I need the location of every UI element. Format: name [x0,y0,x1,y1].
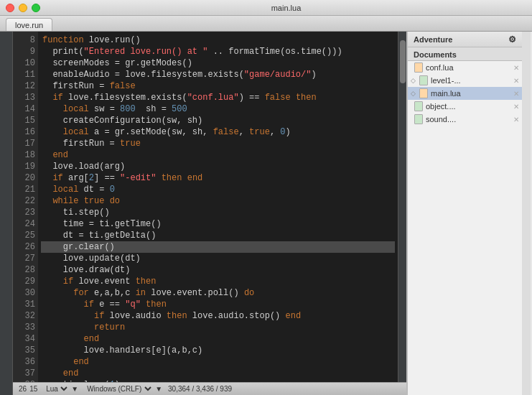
right-panel-header: Adventure ⚙ [408,32,522,47]
code-line-35[interactable]: love.handlers[e](a,b,c) [41,345,395,356]
code-line-23[interactable]: ti.step() [41,207,395,218]
code-line-27[interactable]: love.update(dt) [41,253,395,264]
col-number: 15 [29,385,37,393]
code-line-17[interactable]: firstRun = true [41,138,395,149]
code-line-29[interactable]: if love.event then [41,276,395,287]
code-line-14[interactable]: local sw = 800 sh = 500 [41,103,395,115]
code-line-37[interactable]: end [41,368,395,379]
file-item-main-lua[interactable]: ◇main.lua✕ [408,87,522,100]
code-line-31[interactable]: if e == "q" then [41,299,395,310]
line-numbers: 8910111213141516171819202122232425262728… [13,32,38,382]
file-arrow-icon: ◇ [411,77,416,84]
line-ending-selector[interactable]: Windows (CRLF) ▼ [84,384,162,394]
file-close-icon[interactable]: ✕ [513,64,519,72]
code-line-20[interactable]: if arg[2] == "-edit" then end [41,172,395,184]
code-line-15[interactable]: createConfiguration(sw, sh) [41,115,395,126]
code-line-33[interactable]: return [41,322,395,333]
file-icon [418,75,429,85]
code-line-26[interactable]: gr.clear() [41,241,395,253]
file-name-label: sound.... [426,115,510,124]
scrollbar-thumb[interactable] [400,40,406,83]
code-line-32[interactable]: if love.audio then love.audio.stop() end [41,310,395,322]
window-title: main.lua [46,4,526,12]
close-button[interactable] [6,4,14,12]
file-close-icon[interactable]: ✕ [513,103,519,111]
file-info: 30,364 / 3,436 / 939 [168,385,232,393]
code-line-18[interactable]: end [41,149,395,161]
file-icon [413,101,424,111]
file-close-icon[interactable]: ✕ [513,116,519,124]
file-icon [413,114,424,124]
vertical-scrollbar[interactable] [398,32,406,382]
code-line-34[interactable]: end [41,333,395,345]
code-container: 8910111213141516171819202122232425262728… [13,32,406,382]
line-number: 26 [19,385,27,393]
file-icon [413,62,424,73]
file-close-icon[interactable]: ✕ [513,77,519,85]
gear-icon[interactable]: ⚙ [508,34,516,45]
right-panel: Adventure ⚙ Documents conf.lua✕◇level1-.… [407,32,522,395]
project-name: Adventure [414,35,452,44]
title-bar: main.lua [0,0,532,16]
code-line-28[interactable]: love.draw(dt) [41,264,395,276]
code-line-12[interactable]: firstRun = false [41,80,395,92]
left-sidebar [0,32,13,395]
right-outer: Adventure ⚙ Documents conf.lua✕◇level1-.… [406,32,532,395]
line-ending-select[interactable]: Windows (CRLF) [84,384,154,394]
code-line-16[interactable]: local a = gr.setMode(sw, sh, false, true… [41,126,395,138]
code-content[interactable]: function love.run() print("Entered love.… [38,32,398,382]
traffic-lights [6,4,40,12]
code-line-8[interactable]: function love.run() [41,34,395,46]
documents-label: Documents [408,47,522,61]
tab-label: love.run [15,21,43,29]
code-area: 8910111213141516171819202122232425262728… [13,32,406,395]
minimize-button[interactable] [19,4,27,12]
file-name-label: object.... [426,102,510,111]
main-content: 8910111213141516171819202122232425262728… [0,32,532,395]
file-info-text: 30,364 / 3,436 / 939 [168,385,232,393]
file-name-label: level1-... [431,76,510,85]
code-line-19[interactable]: love.load(arg) [41,161,395,172]
code-line-36[interactable]: end [41,356,395,368]
file-arrow-icon: ◇ [411,90,416,97]
tab-love-run[interactable]: love.run [6,18,52,31]
code-line-21[interactable]: local dt = 0 [41,184,395,195]
cursor-position: 26 15 [19,385,37,393]
language-select[interactable]: Lua [43,384,70,394]
code-line-24[interactable]: time = ti.getTime() [41,218,395,230]
code-line-25[interactable]: dt = ti.getDelta() [41,230,395,241]
code-line-30[interactable]: for e,a,b,c in love.event.poll() do [41,287,395,299]
status-bar: 26 15 Lua ▼ Windows (CRLF) ▼ 30,364 / 3,… [13,382,406,395]
code-line-11[interactable]: enableAudio = love.filesystem.exists("ga… [41,69,395,80]
file-item-conf-lua[interactable]: conf.lua✕ [408,61,522,74]
code-line-38[interactable]: ti.sleep(1) [41,379,395,382]
file-list: conf.lua✕◇level1-...✕◇main.lua✕ object..… [408,61,522,395]
right-scrollbar[interactable] [522,32,531,395]
tab-bar: love.run [0,16,532,32]
code-line-13[interactable]: if love.filesystem.exists("conf.lua") ==… [41,92,395,103]
maximize-button[interactable] [32,4,40,12]
file-close-icon[interactable]: ✕ [513,90,519,98]
file-name-label: conf.lua [426,63,510,72]
file-item-sound----[interactable]: sound....✕ [408,113,522,126]
file-item-object----[interactable]: object....✕ [408,100,522,113]
file-icon [418,88,429,98]
code-line-22[interactable]: while true do [41,195,395,207]
language-selector[interactable]: Lua ▼ [43,384,78,394]
file-name-label: main.lua [431,89,510,98]
code-line-9[interactable]: print("Entered love.run() at " .. format… [41,46,395,57]
code-line-10[interactable]: screenModes = gr.getModes() [41,57,395,69]
file-item-level1----[interactable]: ◇level1-...✕ [408,74,522,87]
